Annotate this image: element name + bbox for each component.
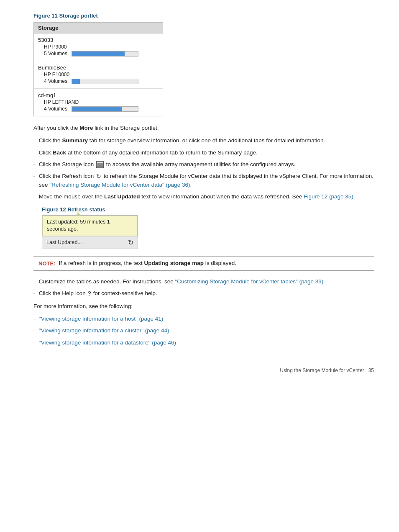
more-info-text-1: "Viewing storage information for a host"… bbox=[39, 315, 374, 323]
bullet-item-5: ◦ Move the mouse over the Last Updated t… bbox=[33, 193, 374, 201]
refresh-status-bar: Last Updated... ↻ bbox=[42, 236, 138, 249]
storage-group-volumes-row-2: 4 Volumes bbox=[38, 78, 159, 84]
bullet2-dot-1: ◦ bbox=[33, 280, 35, 285]
bullet-item-3: ◦ Click the Storage icon to access the a… bbox=[33, 160, 374, 169]
bullet-item-2: ◦ Click Back at the bottom of any detail… bbox=[33, 149, 374, 157]
storage-bar-fill-3 bbox=[72, 107, 122, 111]
more-info-label: For more information, see the following: bbox=[33, 302, 374, 311]
storage-volumes-label-2: 4 Volumes bbox=[44, 78, 69, 84]
bullet2-item-1: ◦ Customize the tables as needed. For in… bbox=[33, 278, 374, 286]
refresh-status-box: Last updated: 59 minutes 1seconds ago. L… bbox=[42, 215, 138, 249]
bullet2-dot-2: ◦ bbox=[33, 291, 35, 296]
storage-bar-fill-1 bbox=[72, 51, 125, 56]
storage-group-name-2: BumbleBee bbox=[38, 64, 159, 71]
storage-portlet-header: Storage bbox=[34, 23, 163, 33]
note-text: If a refresh is in progress, the text Up… bbox=[59, 260, 236, 266]
storage-bar-2 bbox=[72, 79, 138, 84]
bullet-text-5: Move the mouse over the Last Updated tex… bbox=[39, 193, 374, 201]
tooltip-arrow bbox=[76, 213, 81, 216]
refresh-status-text: Last Updated... bbox=[46, 239, 82, 245]
storage-group-volumes-row-3: 4 Volumes bbox=[38, 106, 159, 112]
link-cluster[interactable]: "Viewing storage information for a clust… bbox=[39, 327, 169, 334]
bullet-text-2: Click Back at the bottom of any detailed… bbox=[39, 149, 374, 157]
bullet-dot-4: ◦ bbox=[33, 174, 35, 179]
more-info-list: ◦ "Viewing storage information for a hos… bbox=[33, 315, 374, 347]
link-host[interactable]: "Viewing storage information for a host"… bbox=[39, 316, 164, 322]
storage-volumes-label-3: 4 Volumes bbox=[44, 106, 69, 112]
bullet-dot-2: ◦ bbox=[33, 151, 35, 156]
storage-group-name-1: 53033 bbox=[38, 37, 159, 43]
bullet-text-3: Click the Storage icon to access the ava… bbox=[39, 160, 374, 169]
storage-portlet-body: 53033 HP P9000 5 Volumes BumbleBee HP P1… bbox=[34, 33, 163, 116]
bullet-list-2: ◦ Customize the tables as needed. For in… bbox=[33, 278, 374, 298]
storage-group-model-3: HP LEFTHAND bbox=[38, 99, 159, 105]
bullet-text-4: Click the Refresh icon ↻ to refresh the … bbox=[39, 172, 374, 189]
tooltip-arrow-inner bbox=[76, 211, 80, 213]
more-info-dot-1: ◦ bbox=[33, 317, 35, 322]
refresh-icon-circle: ↻ bbox=[128, 239, 133, 247]
more-info-item-3: ◦ "Viewing storage information for a dat… bbox=[33, 339, 374, 347]
more-info-text-3: "Viewing storage information for a datas… bbox=[39, 339, 374, 347]
more-info-item-1: ◦ "Viewing storage information for a hos… bbox=[33, 315, 374, 323]
bullet-dot-3: ◦ bbox=[33, 162, 35, 167]
storage-bar-fill-2 bbox=[72, 79, 80, 84]
footer-text: Using the Storage Module for vCenter bbox=[280, 368, 364, 373]
bullet-list-1: ◦ Click the Summary tab for storage over… bbox=[33, 136, 374, 201]
note-label: NOTE: bbox=[38, 260, 55, 267]
more-info-dot-3: ◦ bbox=[33, 341, 35, 346]
link-datastore[interactable]: "Viewing storage information for a datas… bbox=[39, 339, 176, 346]
page-container: Figure 11 Storage portlet Storage 53033 … bbox=[33, 13, 374, 373]
link-figure12[interactable]: Figure 12 (page 35). bbox=[304, 193, 355, 200]
main-paragraph: After you click the More link in the Sto… bbox=[33, 124, 374, 132]
storage-group-bumblebee: BumbleBee HP P10000 4 Volumes bbox=[34, 61, 163, 89]
bullet-item-1: ◦ Click the Summary tab for storage over… bbox=[33, 136, 374, 145]
bullet-item-4: ◦ Click the Refresh icon ↻ to refresh th… bbox=[33, 172, 374, 189]
figure11-title: Figure 11 Storage portlet bbox=[33, 13, 374, 19]
figure11-section: Figure 11 Storage portlet Storage 53033 … bbox=[33, 13, 374, 116]
storage-group-cdmg1: cd-mg1 HP LEFTHAND 4 Volumes bbox=[34, 89, 163, 116]
storage-group-volumes-row-1: 5 Volumes bbox=[38, 51, 159, 57]
storage-group-model-1: HP P9000 bbox=[38, 44, 159, 50]
storage-group-53033: 53033 HP P9000 5 Volumes bbox=[34, 33, 163, 61]
storage-group-name-3: cd-mg1 bbox=[38, 92, 159, 98]
link-customizing[interactable]: "Customizing Storage Module for vCenter … bbox=[175, 278, 325, 285]
storage-group-model-2: HP P10000 bbox=[38, 72, 159, 77]
storage-bar-1 bbox=[72, 51, 138, 57]
bullet-dot-5: ◦ bbox=[33, 195, 35, 200]
figure12-section: Figure 12 Refresh status Last updated: 5… bbox=[42, 206, 374, 249]
bullet2-text-2: Click the Help icon ? for context-sensit… bbox=[39, 289, 374, 298]
more-info-dot-2: ◦ bbox=[33, 329, 35, 334]
storage-bar-3 bbox=[72, 106, 138, 112]
refresh-icon-inline: ↻ bbox=[96, 172, 101, 181]
footer-page: 35 bbox=[368, 368, 374, 373]
link-refreshing[interactable]: "Refreshing Storage Module for vCenter d… bbox=[49, 182, 192, 188]
bullet-dot-1: ◦ bbox=[33, 139, 35, 144]
storage-volumes-label-1: 5 Volumes bbox=[44, 51, 69, 57]
note-box: NOTE: If a refresh is in progress, the t… bbox=[33, 256, 374, 271]
storage-portlet: Storage 53033 HP P9000 5 Volumes BumbleB… bbox=[33, 22, 163, 116]
help-icon: ? bbox=[87, 289, 91, 298]
refresh-tooltip: Last updated: 59 minutes 1seconds ago. bbox=[42, 216, 138, 236]
storage-icon bbox=[96, 161, 104, 168]
more-info-item-2: ◦ "Viewing storage information for a clu… bbox=[33, 326, 374, 335]
bullet2-text-1: Customize the tables as needed. For inst… bbox=[39, 278, 374, 286]
figure12-title: Figure 12 Refresh status bbox=[42, 206, 374, 213]
bullet-text-1: Click the Summary tab for storage overvi… bbox=[39, 136, 374, 145]
bullet2-item-2: ◦ Click the Help icon ? for context-sens… bbox=[33, 289, 374, 298]
more-info-text-2: "Viewing storage information for a clust… bbox=[39, 326, 374, 335]
page-footer: Using the Storage Module for vCenter 35 bbox=[33, 364, 374, 373]
